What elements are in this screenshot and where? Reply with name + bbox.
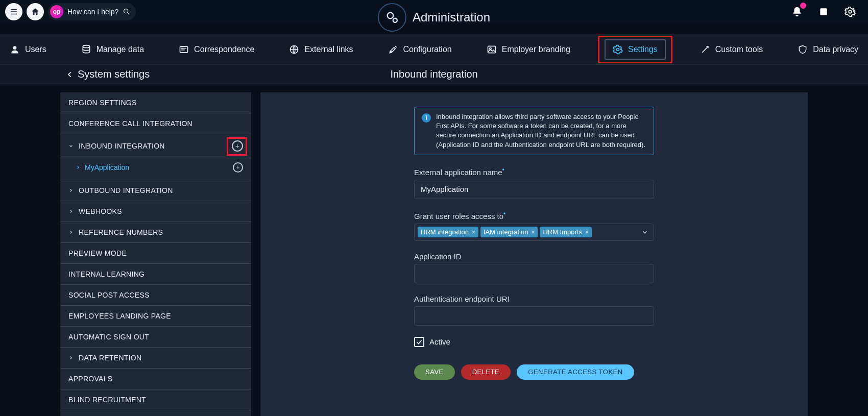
info-icon: i: [422, 113, 431, 123]
external-app-input[interactable]: [414, 180, 654, 199]
sidebar-item-automatic-sign-out[interactable]: AUTOMATIC SIGN OUT: [60, 327, 251, 348]
image-icon: [487, 44, 497, 55]
active-checkbox[interactable]: [414, 337, 424, 347]
sidebar-item-reference-numbers[interactable]: REFERENCE NUMBERS: [60, 222, 251, 243]
sidebar-item-label: BLIND RECRUITMENT: [68, 396, 146, 404]
svg-point-3: [124, 9, 128, 13]
save-button[interactable]: SAVE: [414, 364, 455, 380]
sidebar-item-outbound-integration[interactable]: OUTBOUND INTEGRATION: [60, 180, 251, 201]
svg-point-9: [13, 46, 17, 50]
shield-icon: [798, 44, 808, 55]
admin-icon: [378, 3, 406, 32]
sidebar-item-label: EMPLOYEES LANDING PAGE: [68, 312, 171, 320]
settings-button[interactable]: [841, 3, 859, 20]
sidebar-item-preview-mode[interactable]: PREVIEW MODE: [60, 243, 251, 264]
nav-settings[interactable]: Settings: [605, 39, 666, 60]
remove-tag-icon[interactable]: ×: [472, 229, 475, 236]
delete-button[interactable]: DELETE: [461, 364, 511, 380]
sidebar-item-label: REFERENCE NUMBERS: [79, 228, 163, 236]
sidebar-item-label: INTERNAL LEARNING: [68, 270, 144, 278]
sidebar-item-label: DATA RETENTION: [79, 354, 141, 362]
menu-icon: [9, 7, 18, 16]
add-icon[interactable]: +: [232, 140, 243, 152]
sidebar-item-label: APPROVALS: [68, 375, 112, 383]
home-button[interactable]: [27, 3, 44, 20]
nav-label: Custom tools: [715, 45, 763, 54]
window-button[interactable]: [815, 3, 832, 20]
nav-label: External links: [304, 45, 353, 54]
nav-label: Settings: [628, 45, 658, 54]
field-external-app-name: External application name•: [414, 166, 654, 199]
nav-data-privacy[interactable]: Data privacy: [790, 40, 865, 59]
top-bar: op How can I help? Administration: [0, 0, 868, 23]
back-label: System settings: [78, 68, 150, 80]
sidebar-item-employees-landing-page[interactable]: EMPLOYEES LANDING PAGE: [60, 306, 251, 327]
field-auth-url: Authentication endpoint URI: [414, 295, 654, 326]
gear-icon: [613, 44, 623, 55]
database-icon: [81, 44, 91, 55]
sidebar-item-approvals[interactable]: APPROVALS: [60, 369, 251, 389]
chevron-left-icon: [66, 71, 74, 78]
content-title: Inbound integration: [390, 68, 477, 80]
page-title: Administration: [413, 10, 490, 25]
content-panel: i Inbound integration allows third party…: [260, 92, 808, 416]
remove-tag-icon[interactable]: ×: [585, 229, 589, 236]
nav-settings-highlight: Settings: [598, 36, 672, 63]
svg-point-5: [388, 13, 394, 19]
tag-label: IAM integration: [484, 228, 528, 236]
field-label: Grant user roles access to•: [414, 210, 654, 221]
sidebar-item-data-retention[interactable]: DATA RETENTION: [60, 348, 251, 369]
add-icon[interactable]: +: [233, 162, 243, 173]
sidebar-item-inbound-integration[interactable]: INBOUND INTEGRATION +: [60, 134, 251, 158]
svg-line-4: [128, 13, 129, 14]
tag-label: HRM integration: [421, 228, 469, 236]
notifications-button[interactable]: [788, 3, 806, 20]
search-icon: [123, 8, 131, 16]
nav-label: Manage data: [97, 45, 144, 54]
active-label: Active: [429, 337, 450, 346]
globe-icon: [289, 44, 299, 55]
nav-correspondence[interactable]: Correspondence: [172, 40, 261, 59]
sidebar-item-internal-learning[interactable]: INTERNAL LEARNING: [60, 264, 251, 285]
sidebar-item-label: AUTOMATIC SIGN OUT: [68, 333, 149, 341]
application-id-input[interactable]: [414, 264, 654, 283]
settings-sidebar: REGION SETTINGS CONFERENCE CALL INTEGRAT…: [60, 92, 251, 416]
svg-point-10: [83, 45, 89, 47]
nav-custom-tools[interactable]: Custom tools: [693, 40, 770, 59]
sidebar-item-region-settings[interactable]: REGION SETTINGS: [60, 92, 251, 113]
svg-point-17: [617, 48, 619, 51]
sidebar-item-label: REGION SETTINGS: [68, 99, 137, 107]
info-text: Inbound integration allows third party s…: [436, 112, 646, 150]
field-application-id: Application ID: [414, 252, 654, 283]
nav-users[interactable]: Users: [3, 40, 54, 59]
breadcrumb: System settings Inbound integration: [0, 65, 868, 84]
generate-token-button[interactable]: GENERATE ACCESS TOKEN: [517, 364, 634, 380]
chevron-right-icon: [76, 165, 81, 170]
nav-configuration[interactable]: Configuration: [381, 40, 459, 59]
sidebar-item-label: WEBHOOKS: [79, 207, 122, 215]
sidebar-child-myapplication[interactable]: MyApplication +: [60, 158, 251, 180]
bell-icon: [791, 6, 803, 17]
help-search[interactable]: op How can I help?: [48, 3, 136, 20]
window-icon: [818, 7, 829, 17]
sidebar-item-blind-recruitment[interactable]: BLIND RECRUITMENT: [60, 389, 251, 410]
sidebar-item-label: INBOUND INTEGRATION: [79, 142, 165, 150]
remove-tag-icon[interactable]: ×: [531, 229, 535, 236]
nav-manage-data[interactable]: Manage data: [74, 40, 151, 59]
field-label: Authentication endpoint URI: [414, 295, 654, 303]
mail-icon: [179, 44, 189, 55]
roles-multiselect[interactable]: HRM integration × IAM integration × HRM …: [414, 224, 654, 241]
sidebar-item-conference-call[interactable]: CONFERENCE CALL INTEGRATION: [60, 113, 251, 134]
sidebar-item-webhooks[interactable]: WEBHOOKS: [60, 201, 251, 222]
menu-button[interactable]: [5, 3, 22, 20]
svg-rect-7: [820, 8, 827, 15]
role-tag: IAM integration ×: [480, 227, 538, 237]
nav-employer-branding[interactable]: Employer branding: [479, 40, 577, 59]
active-checkbox-row: Active: [414, 337, 654, 347]
role-tag: HRM integration ×: [418, 227, 478, 237]
back-button[interactable]: System settings: [66, 68, 150, 80]
auth-endpoint-input[interactable]: [414, 306, 654, 326]
chevron-down-icon: [641, 229, 648, 236]
nav-external-links[interactable]: External links: [282, 40, 360, 59]
sidebar-item-social-post-access[interactable]: SOCIAL POST ACCESS: [60, 285, 251, 306]
